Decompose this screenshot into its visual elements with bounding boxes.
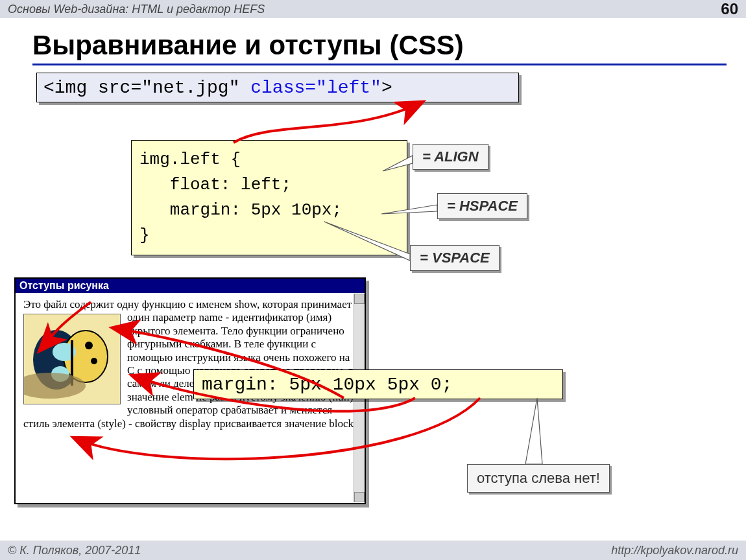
footer-copyright: © К. Поляков, 2007-2011 — [8, 544, 141, 557]
css-line-4: } — [139, 226, 150, 245]
course-title: Основы Web-дизайна: HTML и редактор HEFS — [8, 3, 265, 16]
code1-suffix: > — [381, 78, 392, 98]
top-bar: Основы Web-дизайна: HTML и редактор HEFS… — [0, 0, 746, 18]
code1-class: class="left" — [250, 78, 381, 98]
footer-url: http://kpolyakov.narod.ru — [611, 544, 738, 557]
tag-hspace: = HSPACE — [437, 193, 527, 219]
svg-point-5 — [85, 342, 93, 349]
callout-no-left-margin: отступа слева нет! — [467, 464, 610, 493]
code-box-margin-4: margin: 5px 10px 5px 0; — [193, 369, 563, 399]
css-line-1: img.left { — [139, 150, 241, 169]
code3-text: margin: 5px 10px 5px 0; — [202, 375, 452, 395]
footer-bar: © К. Поляков, 2007-2011 http://kpolyakov… — [0, 541, 746, 560]
svg-point-6 — [91, 358, 97, 364]
butterfly-image — [23, 314, 121, 404]
code-box-css: img.left { float: left; margin: 5px 10px… — [131, 140, 407, 255]
tag-align: = ALIGN — [413, 144, 488, 170]
browser-title-bar: Отступы рисунка — [16, 279, 365, 293]
css-line-2: float: left; — [139, 175, 291, 194]
slide-title: Выравнивание и отступы (CSS) — [32, 30, 727, 65]
code-box-html: <img src="net.jpg" class="left"> — [36, 73, 519, 102]
code1-prefix: <img src="net.jpg" — [43, 78, 250, 98]
page-number: 60 — [721, 0, 738, 18]
css-line-3: margin: 5px 10px; — [139, 200, 342, 220]
slide: Основы Web-дизайна: HTML и редактор HEFS… — [0, 0, 746, 560]
tag-vspace: = VSPACE — [410, 245, 499, 271]
